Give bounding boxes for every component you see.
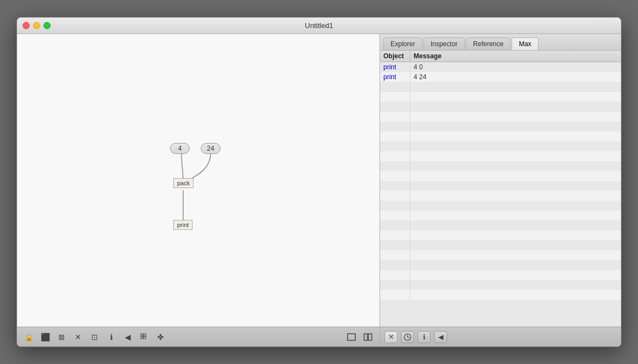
tab-max[interactable]: Max <box>512 37 538 50</box>
canvas-area[interactable]: 4 24 pack print <box>17 34 380 327</box>
undo-button[interactable]: ⊠ <box>54 330 69 344</box>
col-object-header: Object <box>380 51 410 62</box>
console-row-empty <box>380 102 621 112</box>
svg-rect-5 <box>364 334 367 340</box>
console-clock-button[interactable] <box>401 331 414 343</box>
console-info-button[interactable]: ℹ <box>417 331 431 343</box>
console-row-empty <box>380 250 621 260</box>
console-row-empty <box>380 131 621 141</box>
tab-inspector[interactable]: Inspector <box>424 37 465 50</box>
object-box-print[interactable]: print <box>173 220 193 230</box>
minimize-button[interactable] <box>33 22 40 29</box>
console-row-empty <box>380 201 621 211</box>
svg-rect-1 <box>144 334 146 336</box>
traffic-lights <box>23 22 51 29</box>
console-header: Object Message <box>380 51 621 62</box>
canvas-panel: 4 24 pack print 🔒 ⬛ ⊠ <box>17 34 380 346</box>
object-box-pack[interactable]: pack <box>173 178 194 188</box>
title-bar: Untitled1 <box>17 18 621 34</box>
main-window: Untitled1 4 <box>16 17 622 347</box>
console-row: print 4 24 <box>380 72 621 82</box>
lock-button[interactable]: 🔒 <box>21 330 36 344</box>
view-single-icon <box>347 333 356 341</box>
console-row-empty <box>380 230 621 240</box>
window-title: Untitled1 <box>305 21 333 30</box>
main-content: 4 24 pack print 🔒 ⬛ ⊠ <box>17 34 621 346</box>
info-button[interactable]: ℹ <box>104 330 118 344</box>
console-row: print 4 0 <box>380 62 621 72</box>
console-row-empty <box>380 151 621 161</box>
console-row-empty <box>380 82 621 92</box>
console-row-message: 4 24 <box>410 72 621 82</box>
console-row-empty <box>380 211 621 220</box>
select-button[interactable]: ⊡ <box>87 330 102 344</box>
console-row-empty <box>380 141 621 151</box>
console-row-empty <box>380 92 621 102</box>
svg-rect-0 <box>141 334 143 336</box>
console-row-empty <box>380 191 621 201</box>
svg-rect-6 <box>369 334 372 340</box>
view-single-button[interactable] <box>344 330 359 344</box>
console-row-object: print <box>380 62 410 72</box>
right-toolbar: ✕ ℹ ◀ <box>380 327 621 346</box>
patch-button[interactable]: ✤ <box>153 330 168 344</box>
console-row-empty <box>380 122 621 131</box>
delete-button[interactable]: ✕ <box>71 330 85 344</box>
console-row-empty <box>380 161 621 171</box>
col-message-header: Message <box>410 51 621 62</box>
console-row-message: 4 0 <box>410 62 621 72</box>
number-box-24[interactable]: 24 <box>201 143 221 154</box>
right-panel: Explorer Inspector Reference Max Object … <box>380 34 621 346</box>
canvas-toolbar: 🔒 ⬛ ⊠ ✕ ⊡ ℹ ◀ ✤ <box>17 327 380 346</box>
console-row-empty <box>380 260 621 270</box>
right-tabs: Explorer Inspector Reference Max <box>380 34 621 51</box>
grid-icon <box>140 333 148 341</box>
svg-rect-4 <box>348 334 355 340</box>
node-24[interactable]: 24 <box>201 143 221 154</box>
console-row-empty <box>380 280 621 290</box>
console-row-empty <box>380 220 621 230</box>
console-row-empty <box>380 290 621 300</box>
grid-button[interactable] <box>137 330 151 344</box>
console-table: Object Message print 4 0 print 4 24 <box>380 51 621 327</box>
number-box-4[interactable]: 4 <box>170 143 190 154</box>
svg-rect-3 <box>144 337 146 339</box>
svg-rect-2 <box>141 337 143 339</box>
console-back-button[interactable]: ◀ <box>434 331 447 343</box>
view-split-icon <box>364 333 372 341</box>
copy-button[interactable]: ⬛ <box>38 330 52 344</box>
view-split-button[interactable] <box>361 330 375 344</box>
close-button[interactable] <box>23 22 30 29</box>
svg-line-9 <box>408 337 409 338</box>
console-row-empty <box>380 181 621 191</box>
tab-reference[interactable]: Reference <box>466 37 510 50</box>
console-rows: print 4 0 print 4 24 <box>380 62 621 327</box>
maximize-button[interactable] <box>43 22 51 29</box>
console-close-button[interactable]: ✕ <box>384 331 398 343</box>
console-row-empty <box>380 270 621 280</box>
back-button[interactable]: ◀ <box>120 330 135 344</box>
node-pack[interactable]: pack <box>173 178 194 188</box>
patch-cables <box>17 34 380 327</box>
console-row-object: print <box>380 72 410 82</box>
console-row-empty <box>380 171 621 181</box>
node-print[interactable]: print <box>173 220 193 230</box>
tab-explorer[interactable]: Explorer <box>383 37 422 50</box>
console-row-empty <box>380 240 621 250</box>
console-row-empty <box>380 112 621 122</box>
clock-icon <box>404 333 411 341</box>
node-4[interactable]: 4 <box>170 143 190 154</box>
